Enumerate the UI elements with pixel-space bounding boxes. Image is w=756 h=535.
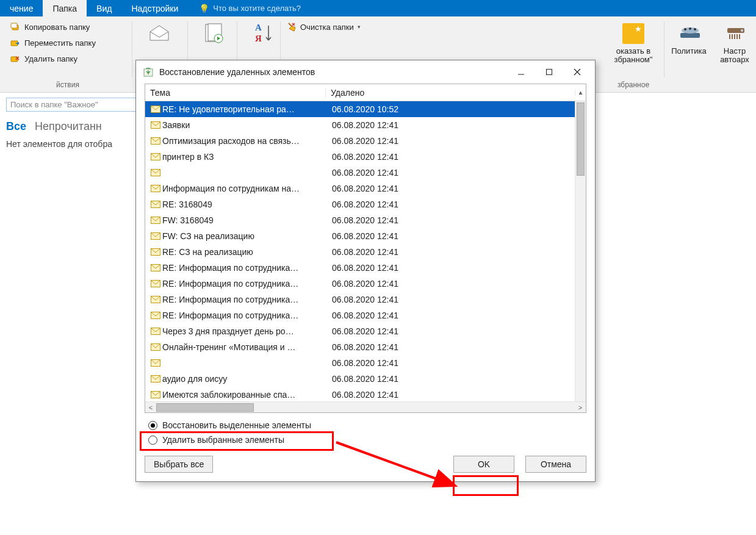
show-in-favorites-button[interactable]: оказать взбранном" (606, 20, 661, 67)
copy-folder-button[interactable]: Копировать папку (9, 20, 131, 34)
mail-icon (149, 328, 162, 335)
delete-folder-button[interactable]: Удалить папку (9, 52, 131, 65)
list-item-deleted: 06.08.2020 12:41 (327, 390, 398, 400)
svg-point-15 (741, 29, 743, 32)
sort-az-button[interactable]: АЯ (242, 20, 285, 49)
page-play-icon (203, 23, 225, 45)
scroll-up-button[interactable]: ▲ (575, 89, 586, 96)
list-item-deleted: 06.08.2020 12:41 (327, 358, 398, 368)
vertical-scrollbar[interactable] (575, 101, 586, 401)
list-item-deleted: 06.08.2020 12:41 (327, 215, 398, 225)
copy-folder-icon (10, 21, 21, 32)
search-input[interactable]: Поиск в папке "Важное" (6, 98, 138, 112)
tab-cut-prev[interactable]: чение (0, 0, 43, 16)
recycle-icon (142, 66, 154, 78)
envelope-open-icon (148, 23, 170, 45)
move-folder-label: Переместить папку (24, 38, 96, 48)
folder-cleanup-button[interactable]: Очистка папки ▾ (286, 20, 398, 34)
ok-button[interactable]: OK (453, 456, 514, 473)
horizontal-scrollbar[interactable]: < > (145, 401, 586, 412)
list-item[interactable]: 06.08.2020 12:41 (145, 355, 575, 371)
list-item-deleted: 06.08.2020 12:41 (327, 199, 398, 209)
list-item-deleted: 06.08.2020 12:41 (327, 279, 398, 289)
list-item[interactable]: RE: 316804906.08.2020 12:41 (145, 196, 575, 212)
column-deleted[interactable]: Удалено (326, 88, 575, 98)
list-item-deleted: 06.08.2020 12:41 (327, 374, 398, 384)
filter-all[interactable]: Все (6, 120, 26, 133)
list-item-deleted: 06.08.2020 12:41 (327, 263, 398, 273)
mail-icon (149, 248, 162, 256)
list-item[interactable]: FW: СЗ на реализацию06.08.2020 12:41 (145, 228, 575, 244)
dialog-title: Восстановление удаленных элементов (159, 67, 507, 77)
lightbulb-icon: 💡 (199, 4, 209, 13)
list-item-deleted: 06.08.2020 10:52 (327, 104, 398, 114)
list-item-subject: FW: 3168049 (162, 215, 327, 225)
mark-all-read-button[interactable] (137, 20, 180, 49)
svg-point-11 (684, 28, 686, 31)
svg-rect-9 (680, 33, 700, 38)
delete-folder-label: Удалить папку (24, 54, 77, 63)
mail-icon (149, 232, 162, 240)
recover-deleted-dialog: Восстановление удаленных элементов Тема … (135, 60, 596, 482)
mail-icon (149, 185, 162, 192)
list-item[interactable]: Оптимизация расходов на связь…06.08.2020… (145, 133, 575, 149)
mail-icon (149, 296, 162, 303)
move-folder-button[interactable]: Переместить папку (9, 36, 131, 49)
list-item[interactable]: Онлайн-тренинг «Мотивация и …06.08.2020 … (145, 339, 575, 355)
list-item-deleted: 06.08.2020 12:41 (327, 342, 398, 352)
list-item[interactable]: 06.08.2020 12:41 (145, 165, 575, 181)
list-item[interactable]: RE: Информация по сотрудника…06.08.2020 … (145, 307, 575, 323)
close-button[interactable] (563, 62, 591, 82)
tab-folder[interactable]: Папка (43, 0, 87, 16)
list-item[interactable]: RE: Информация по сотрудника…06.08.2020 … (145, 292, 575, 307)
list-item-deleted: 06.08.2020 12:41 (327, 295, 398, 304)
policy-icon (678, 23, 700, 45)
list-item[interactable]: аудио для оисуу06.08.2020 12:41 (145, 371, 575, 387)
minimize-button[interactable] (507, 62, 535, 82)
autoarchive-settings-button[interactable]: Настравтоарх (713, 20, 756, 67)
dialog-titlebar[interactable]: Восстановление удаленных элементов (136, 60, 595, 84)
move-folder-icon (10, 37, 21, 48)
list-header: Тема Удалено ▲ (145, 84, 586, 101)
mail-icon (149, 359, 162, 367)
scroll-right-button[interactable]: > (575, 404, 586, 411)
list-item[interactable]: Через 3 дня празднует день ро…06.08.2020… (145, 323, 575, 339)
list-item[interactable]: RE: СЗ на реализацию06.08.2020 12:41 (145, 244, 575, 260)
list-item-subject: RE: СЗ на реализацию (162, 247, 327, 257)
show-in-favorites-label: оказать взбранном" (614, 47, 653, 65)
mail-icon (149, 280, 162, 287)
list-item[interactable]: принтер в КЗ06.08.2020 12:41 (145, 149, 575, 165)
list-item[interactable]: RE: Не удовлетворительная ра…06.08.2020 … (145, 101, 575, 117)
mail-icon (149, 312, 162, 319)
list-item[interactable]: Информация по сотрудникам на…06.08.2020 … (145, 181, 575, 196)
column-subject[interactable]: Тема (145, 88, 326, 98)
run-rules-button[interactable] (193, 20, 236, 49)
tab-view[interactable]: Вид (87, 0, 121, 16)
autoarchive-label: Настравтоарх (720, 47, 749, 65)
list-item[interactable]: Заявки06.08.2020 12:41 (145, 117, 575, 133)
list-item-subject: RE: Информация по сотрудника… (162, 311, 327, 320)
list-item-deleted: 06.08.2020 12:41 (327, 152, 398, 162)
tab-addins[interactable]: Надстройки (121, 0, 188, 16)
policy-button[interactable]: Политика (668, 20, 710, 58)
purge-radio[interactable]: Удалить выбранные элементы (148, 435, 586, 445)
mail-icon (149, 201, 162, 208)
maximize-button[interactable] (535, 62, 563, 82)
list-item[interactable]: RE: Информация по сотрудника…06.08.2020 … (145, 260, 575, 276)
mail-icon (149, 106, 162, 113)
cancel-button[interactable]: Отмена (525, 456, 586, 473)
restore-radio[interactable]: Восстановить выделенные элементы (148, 420, 586, 430)
deleted-items-list: Тема Удалено ▲ RE: Не удовлетворительная… (145, 84, 586, 413)
tell-me[interactable]: 💡 Что вы хотите сделать? (193, 0, 307, 16)
list-item[interactable]: RE: Информация по сотрудника…06.08.2020 … (145, 276, 575, 292)
mail-icon (149, 121, 162, 129)
filter-unread[interactable]: Непрочитанн (35, 120, 102, 133)
list-item[interactable]: FW: 316804906.08.2020 12:41 (145, 212, 575, 228)
scroll-left-button[interactable]: < (145, 404, 156, 411)
svg-rect-17 (547, 70, 552, 75)
mail-icon (149, 391, 162, 398)
list-item[interactable]: Имеются заблокированные спа…06.08.2020 1… (145, 387, 575, 401)
select-all-button[interactable]: Выбрать все (145, 456, 213, 473)
mail-icon (149, 169, 162, 176)
list-item-subject: Информация по сотрудникам на… (162, 184, 327, 193)
